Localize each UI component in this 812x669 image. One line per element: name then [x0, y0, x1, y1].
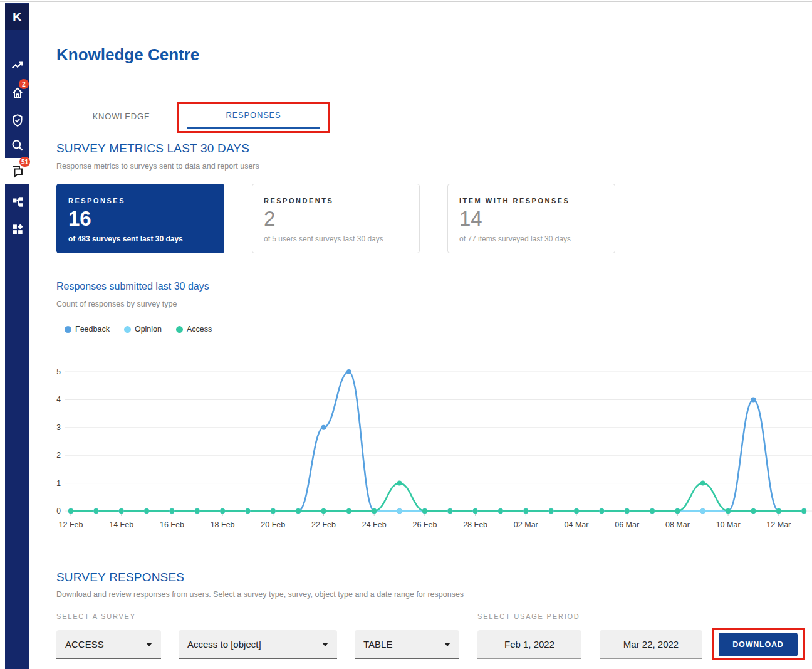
metric-label: ITEM WITH RESPONSES	[459, 197, 603, 204]
svg-text:22 Feb: 22 Feb	[311, 520, 336, 529]
metric-card-items-with-responses[interactable]: ITEM WITH RESPONSES 14 of 77 items surve…	[447, 184, 615, 253]
feedback-legend-dot-icon	[65, 326, 71, 333]
chevron-down-icon	[444, 643, 450, 646]
metric-value: 14	[459, 208, 603, 229]
widgets-icon	[11, 223, 24, 236]
legend-item-access[interactable]: Access	[176, 325, 212, 334]
chevron-down-icon	[146, 643, 152, 646]
legend-item-opinion[interactable]: Opinion	[124, 325, 162, 334]
svg-text:0: 0	[56, 507, 61, 515]
trending-up-icon	[11, 58, 24, 72]
tab-knowledge[interactable]: KNOWLEDGE	[55, 103, 187, 129]
metric-label: RESPONDENTS	[264, 197, 408, 204]
select-usage-period-label: SELECT USAGE PERIOD	[477, 613, 580, 620]
home-notification-badge: 2	[19, 79, 29, 89]
metric-card-respondents[interactable]: RESPONDENTS 2 of 5 users sent surveys la…	[252, 184, 420, 253]
object-type-value: TABLE	[363, 639, 392, 650]
svg-text:02 Mar: 02 Mar	[514, 520, 538, 529]
metric-caption: of 77 items surveyed last 30 days	[459, 234, 603, 243]
svg-text:04 Mar: 04 Mar	[565, 520, 589, 529]
svg-text:4: 4	[56, 395, 61, 404]
metric-caption: of 5 users sent surveys last 30 days	[264, 234, 408, 243]
metric-cards: RESPONSES 16 of 483 surveys sent last 30…	[56, 184, 615, 253]
svg-text:24 Feb: 24 Feb	[362, 520, 387, 529]
search-icon	[11, 139, 24, 152]
page-title: Knowledge Centre	[56, 45, 199, 65]
end-date-value: Mar 22, 2022	[623, 639, 679, 650]
start-date-field[interactable]: Feb 1, 2022	[477, 630, 581, 659]
chart-legend: Feedback Opinion Access	[65, 325, 226, 334]
survey-type-dropdown[interactable]: ACCESS	[56, 630, 161, 659]
survey-type-value: ACCESS	[65, 639, 104, 650]
opinion-legend-dot-icon	[124, 326, 131, 333]
legend-label: Feedback	[75, 325, 110, 334]
svg-text:16 Feb: 16 Feb	[160, 520, 184, 529]
chart-subtitle: Count of responses by survey type	[56, 300, 177, 308]
sidebar-item-governance[interactable]	[5, 108, 29, 133]
app-logo[interactable]: K	[5, 4, 29, 30]
window-top-border	[0, 1, 812, 2]
responses-line-chart: 01234512 Feb14 Feb16 Feb18 Feb20 Feb22 F…	[0, 362, 812, 544]
metric-label: RESPONSES	[68, 197, 212, 204]
svg-text:5: 5	[56, 367, 61, 376]
metric-value: 2	[264, 208, 408, 229]
metric-caption: of 483 surveys sent last 30 days	[68, 234, 212, 243]
sidebar-item-hierarchy[interactable]	[5, 189, 29, 214]
svg-text:20 Feb: 20 Feb	[261, 520, 285, 529]
knowledge-centre-page: K 2	[0, 0, 812, 669]
svg-text:14 Feb: 14 Feb	[109, 520, 133, 529]
svg-text:12 Feb: 12 Feb	[59, 520, 83, 529]
download-button[interactable]: DOWNLOAD	[719, 633, 798, 656]
responses-section-title: SURVEY RESPONSES	[56, 571, 184, 584]
chevron-down-icon	[322, 643, 328, 646]
svg-text:3: 3	[56, 423, 61, 432]
svg-text:06 Mar: 06 Mar	[615, 520, 639, 529]
hierarchy-icon	[11, 195, 24, 209]
sidebar-item-dashboard[interactable]	[5, 217, 29, 242]
sidebar-item-analytics[interactable]	[5, 53, 29, 78]
svg-text:10 Mar: 10 Mar	[716, 520, 741, 529]
metric-card-responses[interactable]: RESPONSES 16 of 483 surveys sent last 30…	[56, 184, 224, 253]
svg-text:26 Feb: 26 Feb	[412, 520, 437, 529]
end-date-field[interactable]: Mar 22, 2022	[600, 630, 702, 659]
object-type-dropdown[interactable]: TABLE	[355, 630, 459, 659]
responses-section-subtitle: Download and review responses from users…	[56, 590, 464, 599]
tab-responses[interactable]: RESPONSES	[187, 103, 320, 129]
metrics-section-title: SURVEY METRICS LAST 30 DAYS	[56, 142, 249, 155]
svg-text:12 Mar: 12 Mar	[766, 520, 791, 529]
sidebar: K 2	[5, 3, 29, 669]
select-survey-label: SELECT A SURVEY	[56, 613, 136, 620]
line-chart-svg: 01234512 Feb14 Feb16 Feb18 Feb20 Feb22 F…	[0, 362, 812, 544]
chart-title: Responses submitted last 30 days	[56, 281, 209, 292]
access-legend-dot-icon	[176, 326, 183, 333]
legend-label: Opinion	[135, 325, 162, 334]
metrics-section-subtitle: Response metrics to surveys sent to data…	[56, 162, 259, 171]
svg-text:18 Feb: 18 Feb	[211, 520, 235, 529]
svg-text:1: 1	[56, 479, 61, 488]
svg-text:28 Feb: 28 Feb	[463, 520, 487, 529]
start-date-value: Feb 1, 2022	[504, 639, 554, 650]
legend-item-feedback[interactable]: Feedback	[65, 325, 110, 334]
shield-check-icon	[11, 113, 24, 127]
sidebar-item-search[interactable]	[5, 133, 29, 158]
legend-label: Access	[187, 325, 212, 334]
metric-value: 16	[68, 208, 212, 229]
svg-text:08 Mar: 08 Mar	[665, 520, 690, 529]
svg-text:2: 2	[56, 451, 61, 460]
chat-notification-badge: 51	[19, 157, 30, 167]
survey-dropdown[interactable]: Access to [object]	[179, 630, 337, 659]
survey-value: Access to [object]	[187, 639, 261, 650]
